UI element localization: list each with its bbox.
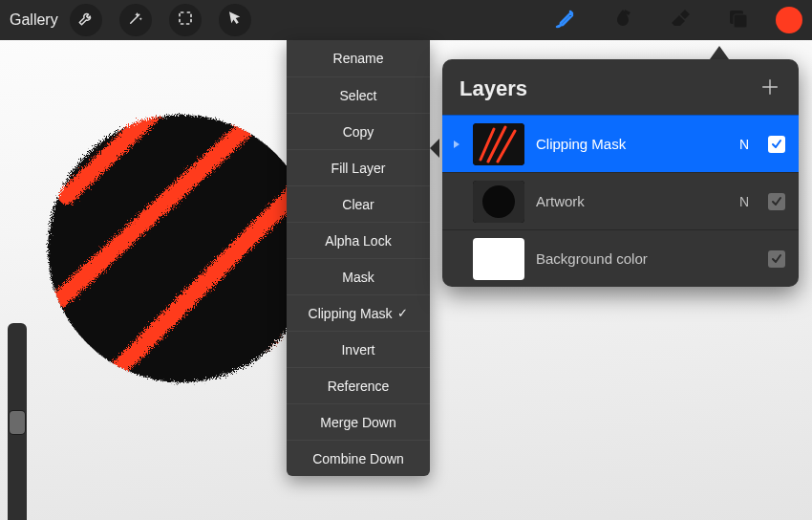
eraser-button[interactable] (661, 1, 699, 39)
ctx-item-label: Select (340, 88, 377, 103)
ctx-item-copy[interactable]: Copy (287, 113, 430, 149)
ctx-item-mask[interactable]: Mask (287, 258, 430, 294)
ctx-item-fill-layer[interactable]: Fill Layer (287, 149, 430, 185)
layer-name: Artwork (536, 193, 728, 209)
visibility-checkbox[interactable] (768, 136, 785, 153)
ctx-item-label: Reference (328, 379, 390, 394)
brush-button[interactable] (546, 1, 585, 39)
ctx-item-label: Rename (333, 51, 384, 66)
ctx-item-label: Alpha Lock (325, 233, 391, 249)
svg-point-6 (482, 185, 515, 218)
selection-button[interactable] (169, 4, 202, 36)
ctx-item-reference[interactable]: Reference (287, 367, 430, 403)
top-toolbar: Gallery (0, 0, 812, 40)
ctx-item-select[interactable]: Select (287, 76, 430, 113)
selection-icon (177, 10, 194, 31)
canvas-artwork (38, 105, 325, 392)
layer-thumbnail (473, 238, 524, 280)
transform-button[interactable] (219, 4, 251, 36)
clip-indicator (452, 140, 461, 149)
blend-mode-indicator[interactable]: N (739, 137, 749, 152)
layer-thumbnail (473, 123, 524, 165)
ctx-item-clear[interactable]: Clear (287, 185, 430, 222)
ctx-item-label: Mask (342, 270, 374, 285)
add-layer-button[interactable] (759, 77, 781, 100)
wand-icon (127, 10, 144, 31)
layer-name: Clipping Mask (536, 136, 728, 152)
svg-rect-1 (734, 14, 747, 28)
layer-name: Background color (536, 250, 757, 267)
wrench-icon (77, 10, 95, 31)
ctx-item-merge-down[interactable]: Merge Down (287, 403, 430, 440)
adjustments-button[interactable] (119, 4, 152, 36)
layer-row[interactable]: ArtworkN (442, 172, 799, 229)
layer-row[interactable]: Background color (442, 229, 799, 287)
ctx-item-clipping-mask[interactable]: Clipping Mask✓ (287, 294, 430, 331)
ctx-item-label: Fill Layer (331, 161, 386, 176)
layers-panel-arrow (710, 46, 729, 59)
context-menu-arrow (430, 139, 439, 158)
layers-button[interactable] (718, 1, 757, 39)
ctx-item-rename[interactable]: Rename (287, 40, 430, 76)
ctx-item-invert[interactable]: Invert (287, 331, 430, 367)
ctx-item-label: Clipping Mask (309, 306, 393, 321)
actions-button[interactable] (70, 4, 102, 36)
side-slider-thumb[interactable] (10, 411, 25, 434)
ctx-item-label: Copy (343, 124, 374, 140)
ctx-item-label: Invert (341, 342, 374, 358)
layer-row[interactable]: Clipping MaskN (442, 115, 799, 172)
color-swatch[interactable] (776, 7, 802, 33)
smudge-icon (611, 7, 634, 33)
ctx-item-label: Merge Down (320, 415, 395, 430)
ctx-item-alpha-lock[interactable]: Alpha Lock (287, 222, 430, 258)
layers-panel: Layers Clipping MaskNArtworkNBackground … (442, 59, 799, 287)
ctx-item-label: Combine Down (312, 451, 404, 466)
eraser-icon (669, 7, 692, 33)
check-icon: ✓ (397, 306, 408, 320)
brush-icon (554, 7, 577, 33)
svg-point-3 (48, 115, 315, 382)
layer-thumbnail (473, 181, 524, 223)
ctx-item-label: Clear (342, 197, 374, 212)
layers-icon (726, 7, 749, 33)
plus-icon (759, 76, 780, 101)
blend-mode-indicator[interactable]: N (739, 194, 749, 209)
layers-title: Layers (459, 76, 527, 101)
visibility-checkbox[interactable] (768, 250, 785, 268)
ctx-item-combine-down[interactable]: Combine Down (287, 440, 430, 476)
layer-context-menu: RenameSelectCopyFill LayerClearAlpha Loc… (287, 40, 430, 476)
gallery-button[interactable]: Gallery (10, 11, 58, 29)
cursor-icon (226, 10, 244, 31)
side-slider-track[interactable] (8, 323, 27, 520)
visibility-checkbox[interactable] (768, 193, 785, 210)
smudge-button[interactable] (604, 1, 642, 39)
